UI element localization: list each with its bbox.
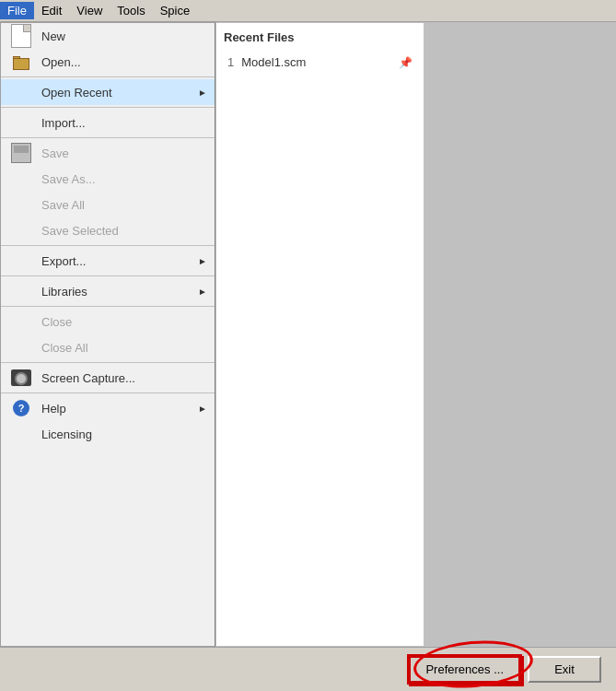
export-arrow: ► [198, 256, 207, 266]
exit-button[interactable]: Exit [528, 656, 601, 683]
file-dropdown-menu: New Open... Open Recent ► Import... [0, 22, 215, 647]
menu-item-new[interactable]: New [1, 23, 215, 49]
separator-8 [1, 392, 215, 393]
menu-item-save-selected[interactable]: Save Selected [1, 217, 215, 243]
menu-item-open-recent[interactable]: Open Recent ► [1, 79, 215, 105]
open-icon [8, 53, 34, 70]
menu-item-import[interactable]: Import... [1, 110, 215, 135]
open-recent-arrow: ► [198, 88, 207, 98]
menu-item-close-all[interactable]: Close All [1, 334, 215, 360]
separator-6 [1, 306, 215, 307]
menu-view[interactable]: View [69, 2, 110, 19]
recent-file-name: Model1.scm [241, 55, 306, 69]
new-icon [8, 24, 34, 48]
menu-item-save-all[interactable]: Save All [1, 192, 215, 217]
main-area: New Open... Open Recent ► Import... [0, 22, 616, 647]
menu-file[interactable]: File [0, 2, 34, 19]
menu-item-close[interactable]: Close [1, 309, 215, 334]
bottom-bar: Preferences ... Exit [0, 647, 616, 691]
separator-4 [1, 245, 215, 246]
menu-spice[interactable]: Spice [153, 2, 198, 19]
separator-2 [1, 107, 215, 108]
menu-item-licensing[interactable]: Licensing [1, 421, 215, 447]
preferences-button[interactable]: Preferences ... [409, 656, 520, 683]
menu-item-save-as[interactable]: Save As... [1, 166, 215, 192]
help-icon: ? [8, 400, 34, 416]
menu-item-save[interactable]: Save [1, 140, 215, 166]
menu-tools[interactable]: Tools [110, 2, 152, 19]
pin-icon: 📌 [399, 56, 413, 69]
menu-item-screen-capture[interactable]: Screen Capture... [1, 365, 215, 391]
menu-item-open[interactable]: Open... [1, 49, 215, 75]
menu-item-libraries[interactable]: Libraries ► [1, 278, 215, 304]
recent-files-panel: Recent Files 1 Model1.scm 📌 [215, 22, 424, 647]
separator-3 [1, 137, 215, 138]
menu-item-export[interactable]: Export... ► [1, 248, 215, 274]
menu-edit[interactable]: Edit [34, 2, 69, 19]
camera-icon [8, 369, 34, 386]
menubar: File Edit View Tools Spice [0, 0, 616, 22]
separator-7 [1, 362, 215, 363]
libraries-arrow: ► [198, 287, 207, 297]
help-arrow: ► [198, 404, 207, 414]
menu-item-help[interactable]: ? Help ► [1, 395, 215, 421]
recent-file-number: 1 [227, 55, 234, 69]
recent-files-title: Recent Files [224, 30, 416, 44]
save-icon [8, 143, 34, 163]
background-area [424, 22, 617, 647]
separator-1 [1, 76, 215, 77]
separator-5 [1, 275, 215, 276]
recent-file-item[interactable]: 1 Model1.scm 📌 [224, 52, 416, 73]
